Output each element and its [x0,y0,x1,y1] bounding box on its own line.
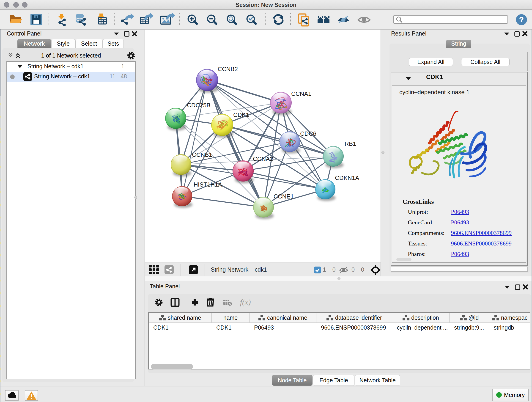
svg-text:CDKN1A: CDKN1A [335,174,359,181]
svg-text:CCNE1: CCNE1 [273,193,294,200]
svg-text:CCNA1: CCNA1 [291,90,311,97]
svg-text:CCNB2: CCNB2 [218,65,238,72]
svg-text:HIST1H1A: HIST1H1A [194,181,222,188]
svg-text:f(x): f(x) [240,298,251,307]
svg-text:CCNA2: CCNA2 [253,155,273,162]
svg-text:CDC25B: CDC25B [187,102,210,109]
svg-text:CCNB1: CCNB1 [192,151,212,158]
svg-text:CDC6: CDC6 [300,130,317,137]
svg-text:RB1: RB1 [345,140,356,147]
svg-text:CDK1: CDK1 [233,111,249,118]
